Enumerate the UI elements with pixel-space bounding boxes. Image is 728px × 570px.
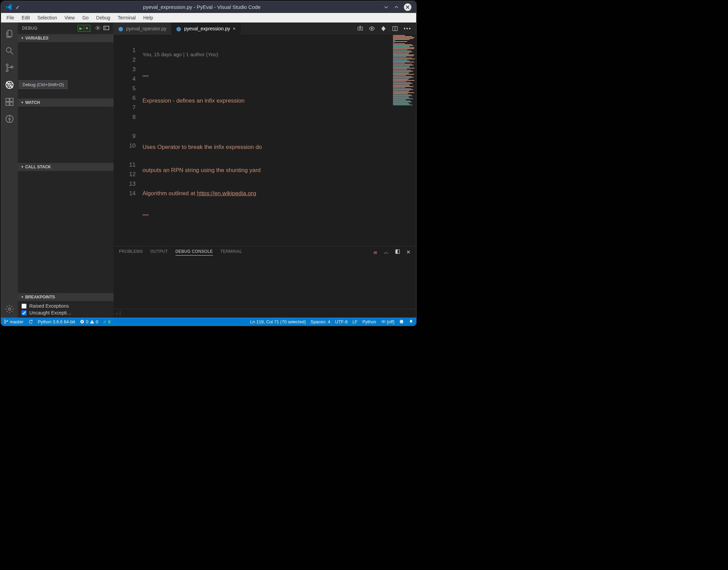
svg-rect-22 xyxy=(396,249,398,253)
status-sync[interactable] xyxy=(28,319,33,324)
activity-settings[interactable] xyxy=(1,301,18,318)
status-notifications[interactable] xyxy=(409,319,413,324)
status-tests[interactable]: ✓ 6 xyxy=(103,319,110,324)
sync-icon xyxy=(28,319,33,324)
codelens[interactable]: You, 15 days ago | 1 author (You) xyxy=(142,50,392,59)
editor[interactable]: 12345678 910 11121314 You, 15 days ago |… xyxy=(113,35,416,246)
checkbox[interactable] xyxy=(21,304,27,309)
chevron-down-icon: ▼ xyxy=(21,165,24,169)
bell-icon xyxy=(409,319,413,324)
title-bar: pyeval_expression.py - PyEval - Visual S… xyxy=(1,1,416,13)
svg-rect-6 xyxy=(6,98,9,102)
start-debug-button[interactable]: ▶ ▼ xyxy=(78,25,90,32)
panel-tab-output[interactable]: OUTPUT xyxy=(150,249,168,255)
menu-debug[interactable]: Debug xyxy=(93,14,113,21)
watch-body xyxy=(18,107,113,163)
menu-help[interactable]: Help xyxy=(140,14,156,21)
section-label: CALL STACK xyxy=(25,165,51,169)
debug-config-gear-icon[interactable] xyxy=(95,25,101,32)
menu-terminal[interactable]: Terminal xyxy=(114,14,139,21)
activity-debug[interactable]: Debug (Ctrl+Shift+D) xyxy=(1,76,18,93)
pin-icon[interactable] xyxy=(15,4,20,10)
status-spaces[interactable]: Spaces: 4 xyxy=(310,319,330,324)
debug-console-body[interactable] xyxy=(113,258,416,309)
minimize-chevron-icon[interactable] xyxy=(383,4,389,10)
warning-count: 0 xyxy=(96,319,98,324)
status-bar: master Python 3.6.6 64-bit 0 0 ✓ 6 Ln 11… xyxy=(1,318,416,326)
close-icon[interactable]: × xyxy=(233,26,236,31)
clear-icon[interactable]: ≣ xyxy=(373,249,378,256)
chevron-down-icon: ▼ xyxy=(21,36,24,40)
activity-bar: Debug (Ctrl+Shift+D) xyxy=(1,22,18,318)
compare-icon[interactable] xyxy=(357,26,363,32)
branch-label: master xyxy=(10,319,24,324)
activity-search[interactable] xyxy=(1,42,18,59)
more-icon[interactable]: ••• xyxy=(404,26,411,32)
status-language[interactable]: Python xyxy=(362,319,376,324)
svg-rect-14 xyxy=(104,26,109,30)
activity-scm[interactable] xyxy=(1,59,18,76)
eye-icon[interactable] xyxy=(369,26,375,32)
chevron-up-icon[interactable]: ︿ xyxy=(384,249,389,256)
section-callstack[interactable]: ▼ CALL STACK xyxy=(18,163,113,171)
tab-pyeval-operator[interactable]: ⬤ pyeval_operator.py xyxy=(113,22,171,35)
code-area[interactable]: You, 15 days ago | 1 author (You) """ Ex… xyxy=(142,35,392,246)
checkbox[interactable] xyxy=(21,310,27,315)
panel-tab-debug-console[interactable]: DEBUG CONSOLE xyxy=(176,249,213,256)
svg-rect-7 xyxy=(6,102,9,105)
test-count: 6 xyxy=(108,319,110,324)
status-live-share[interactable]: [off] xyxy=(381,319,394,324)
prompt-icon: › xyxy=(116,311,118,316)
maximize-chevron-icon[interactable] xyxy=(394,4,399,10)
play-icon: ▶ xyxy=(78,26,84,31)
tab-pyeval-expression[interactable]: ⬤ pyeval_expression.py × xyxy=(171,22,241,35)
svg-rect-8 xyxy=(10,102,13,105)
minimap[interactable] xyxy=(392,35,416,246)
python-icon: ⬤ xyxy=(118,26,123,31)
warning-icon xyxy=(90,319,94,324)
status-problems[interactable]: 0 0 xyxy=(80,319,98,324)
maximize-panel-icon[interactable] xyxy=(395,249,400,256)
activity-extensions[interactable] xyxy=(1,93,18,110)
menu-edit[interactable]: Edit xyxy=(18,14,33,21)
status-encoding[interactable]: UTF-8 xyxy=(335,319,348,324)
status-branch[interactable]: master xyxy=(4,319,24,324)
tab-label: pyeval_operator.py xyxy=(126,26,166,31)
close-button[interactable] xyxy=(404,3,411,11)
menu-go[interactable]: Go xyxy=(79,14,92,21)
chevron-down-icon: ▼ xyxy=(21,295,24,299)
code-line: """ xyxy=(142,74,149,81)
split-editor-icon[interactable] xyxy=(392,26,398,32)
gitlens-icon xyxy=(5,114,14,124)
panel-tab-problems[interactable]: PROBLEMS xyxy=(119,249,143,255)
section-watch[interactable]: ▼ WATCH xyxy=(18,98,113,107)
menu-view[interactable]: View xyxy=(61,14,78,21)
code-line: Algorithm outlined at https://en.wikiped… xyxy=(142,189,392,198)
section-breakpoints[interactable]: ▼ BREAKPOINTS xyxy=(18,293,113,301)
status-cursor[interactable]: Ln 119, Col 71 (70 selected) xyxy=(250,319,306,324)
status-feedback[interactable] xyxy=(399,319,404,324)
debug-console-input[interactable]: › xyxy=(113,309,416,318)
sidebar: DEBUG ▶ ▼ ▼ VARIABLES ▼ WATCH xyxy=(18,22,113,318)
menu-file[interactable]: File xyxy=(3,14,18,21)
panel-tab-terminal[interactable]: TERMINAL xyxy=(221,249,242,255)
debug-icon xyxy=(5,80,14,90)
status-eol[interactable]: LF xyxy=(352,319,358,324)
close-panel-icon[interactable]: ✕ xyxy=(406,249,411,256)
debug-console-icon[interactable] xyxy=(103,26,109,31)
panel-tabs: PROBLEMS OUTPUT DEBUG CONSOLE TERMINAL ≣… xyxy=(113,246,416,258)
section-variables[interactable]: ▼ VARIABLES xyxy=(18,34,113,42)
svg-point-23 xyxy=(4,320,5,321)
code-line xyxy=(142,235,392,245)
source-control-icon xyxy=(5,63,14,73)
activity-gitlens[interactable] xyxy=(1,110,18,127)
status-python[interactable]: Python 3.6.6 64-bit xyxy=(38,319,75,324)
diff-icon[interactable] xyxy=(380,26,386,32)
menu-selection[interactable]: Selection xyxy=(34,14,61,21)
tooltip-debug: Debug (Ctrl+Shift+D) xyxy=(19,80,67,89)
activity-explorer[interactable] xyxy=(1,25,18,42)
breakpoint-row[interactable]: Raised Exceptions xyxy=(18,303,113,309)
editor-actions: ••• xyxy=(352,22,416,35)
breakpoint-row[interactable]: Uncaught Excepti… xyxy=(18,309,113,316)
section-label: BREAKPOINTS xyxy=(25,295,55,299)
